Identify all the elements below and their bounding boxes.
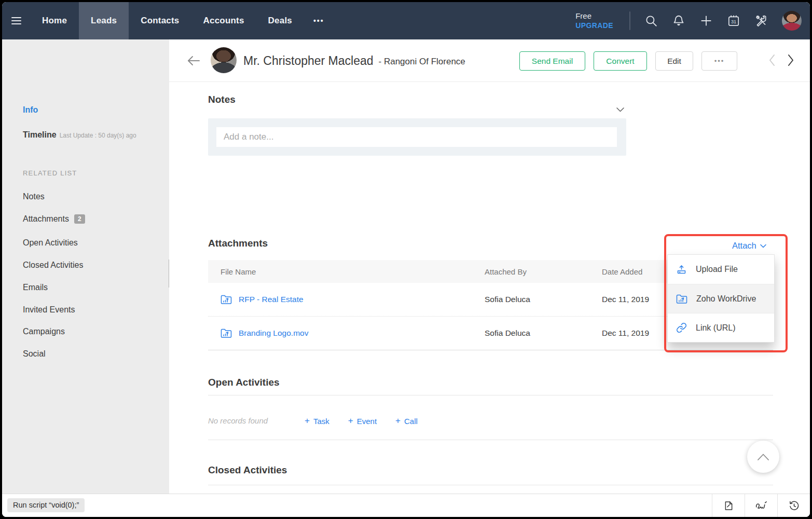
main-content: Notes Attachments File Name Attached By … [169, 82, 810, 494]
attached-by-value: Sofia Deluca [485, 329, 602, 338]
plus-icon: + [348, 416, 353, 426]
workdrive-folder-icon [676, 294, 687, 304]
tools-icon[interactable] [754, 14, 768, 28]
upload-icon [676, 264, 687, 275]
add-event-label: Event [357, 417, 377, 426]
column-attached-by: Attached By [485, 267, 602, 276]
attached-by-value: Sofia Deluca [485, 295, 602, 304]
sidebar-item-emails[interactable]: Emails [23, 283, 48, 292]
file-folder-icon [221, 329, 232, 338]
more-actions-button[interactable]: ••• [701, 51, 737, 71]
attachments-label: Attachments [23, 214, 69, 223]
plus-icon: + [395, 416, 401, 426]
open-activities-section-title: Open Activities [208, 377, 280, 388]
timeline-label: Timeline [23, 130, 57, 139]
link-icon [676, 322, 687, 333]
sidebar-item-open-activities[interactable]: Open Activities [23, 238, 78, 248]
nav-item-contacts[interactable]: Contacts [129, 2, 191, 39]
browser-status-text: Run script “void(0);” [7, 498, 85, 512]
related-list-heading: RELATED LIST [23, 169, 77, 177]
upgrade-link[interactable]: UPGRADE [575, 21, 613, 31]
nav-item-leads[interactable]: Leads [79, 2, 129, 39]
chevron-down-icon [760, 244, 766, 248]
no-records-text: No records found [208, 416, 268, 425]
bottom-status-bar: Run script “void(0);” [2, 494, 810, 517]
plan-label: Free [575, 11, 613, 21]
sidebar-item-timeline[interactable]: TimelineLast Update : 50 day(s) ago [23, 130, 136, 140]
calendar-icon[interactable]: 31 [727, 14, 740, 28]
divider [208, 485, 773, 485]
sidebar-item-attachments[interactable]: Attachments2 [23, 214, 85, 224]
user-avatar[interactable] [782, 11, 802, 31]
menu-item-zoho-workdrive[interactable]: Zoho WorkDrive [668, 284, 774, 313]
edit-button[interactable]: Edit [655, 51, 693, 71]
notes-shortcut-icon[interactable] [712, 494, 745, 517]
scroll-to-top-button[interactable] [747, 441, 779, 473]
page-subtitle: - Rangoni Of Florence [379, 54, 465, 67]
closed-activities-section-title: Closed Activities [208, 465, 287, 476]
chevron-up-icon [758, 454, 769, 460]
hamburger-icon[interactable] [2, 2, 30, 39]
add-note-input[interactable] [216, 127, 617, 147]
menu-item-link-url[interactable]: Link (URL) [668, 313, 774, 342]
attach-dropdown-menu: Upload File Zoho WorkDrive [667, 254, 775, 343]
add-call-link[interactable]: + Call [395, 416, 418, 426]
plan-block: Free UPGRADE [575, 11, 613, 30]
sidebar-item-invited-events[interactable]: Invited Events [23, 305, 75, 315]
notes-panel [208, 118, 626, 156]
search-icon[interactable] [644, 14, 658, 28]
svg-text:31: 31 [731, 19, 736, 24]
notes-collapse-chevron-icon[interactable] [616, 105, 624, 114]
top-navigation: Home Leads Contacts Accounts Deals ••• F… [2, 2, 810, 39]
nav-item-home[interactable]: Home [30, 2, 79, 39]
divider [208, 395, 773, 395]
nav-more-icon[interactable]: ••• [304, 2, 334, 39]
add-call-label: Call [404, 417, 418, 426]
menu-item-label: Zoho WorkDrive [696, 294, 756, 304]
plus-icon[interactable] [699, 14, 713, 28]
sidebar-item-social[interactable]: Social [23, 349, 46, 359]
attachment-link[interactable]: RFP - Real Estate [239, 295, 304, 304]
divider [629, 11, 630, 30]
menu-item-label: Link (URL) [696, 323, 735, 333]
sidebar-item-notes[interactable]: Notes [23, 192, 45, 201]
nav-item-accounts[interactable]: Accounts [191, 2, 256, 39]
notes-section-title: Notes [208, 94, 236, 105]
history-icon[interactable] [777, 494, 810, 517]
plus-icon: + [305, 416, 310, 426]
attach-label: Attach [732, 241, 756, 251]
attachments-count-badge: 2 [74, 214, 85, 224]
record-header: Mr. Christopher Maclead - Rangoni Of Flo… [169, 39, 810, 82]
file-folder-icon [221, 295, 232, 304]
browser-window: Home Leads Contacts Accounts Deals ••• F… [0, 0, 812, 519]
lead-avatar [211, 47, 237, 73]
add-task-link[interactable]: + Task [305, 416, 329, 426]
sidebar-item-closed-activities[interactable]: Closed Activities [23, 261, 84, 270]
attach-dropdown-button[interactable]: Attach [732, 241, 766, 251]
next-record-icon[interactable] [787, 54, 794, 69]
menu-item-label: Upload File [696, 265, 738, 274]
attachment-link[interactable]: Branding Logo.mov [239, 329, 308, 338]
timeline-meta: Last Update : 50 day(s) ago [60, 132, 136, 139]
back-arrow-icon[interactable] [186, 54, 201, 69]
page-title: Mr. Christopher Maclead [243, 54, 374, 68]
menu-item-upload-file[interactable]: Upload File [668, 255, 774, 284]
related-list-sidebar: Info TimelineLast Update : 50 day(s) ago… [2, 39, 169, 494]
bell-icon[interactable] [672, 14, 685, 28]
attachments-section-title: Attachments [208, 238, 268, 249]
sidebar-item-info[interactable]: Info [23, 105, 38, 115]
add-event-link[interactable]: + Event [348, 416, 377, 426]
convert-button[interactable]: Convert [594, 51, 647, 71]
previous-record-icon[interactable] [768, 54, 776, 69]
divider [208, 440, 773, 440]
column-file-name: File Name [208, 267, 485, 276]
sidebar-item-campaigns[interactable]: Campaigns [23, 327, 65, 336]
nav-item-deals[interactable]: Deals [256, 2, 304, 39]
send-email-button[interactable]: Send Email [519, 51, 585, 71]
zia-assistant-icon[interactable] [745, 494, 777, 517]
add-task-label: Task [313, 417, 329, 426]
